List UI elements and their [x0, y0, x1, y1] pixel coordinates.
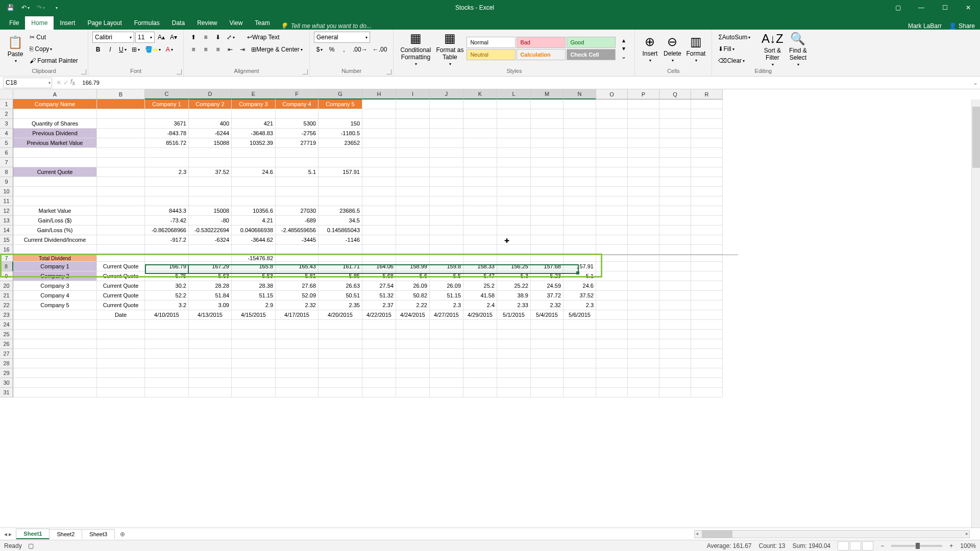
cell-O23[interactable] — [596, 310, 628, 320]
cell-B6[interactable] — [97, 148, 145, 158]
cell-L12[interactable] — [497, 206, 531, 216]
cell-G22[interactable]: 2.35 — [318, 300, 362, 310]
cell-R9[interactable] — [691, 177, 723, 187]
col-header-C[interactable]: C — [145, 89, 189, 99]
cell-Q13[interactable] — [659, 216, 691, 226]
cell-M24[interactable] — [531, 320, 564, 330]
cell-D26[interactable] — [189, 339, 232, 349]
cell-D25[interactable] — [189, 330, 232, 339]
cell-K31[interactable] — [463, 388, 497, 397]
cell-J7[interactable] — [430, 255, 463, 262]
cell-P22[interactable] — [628, 300, 659, 310]
cell-C7[interactable] — [145, 255, 189, 262]
cell-C21[interactable]: 52.2 — [145, 291, 189, 300]
cell-A21[interactable]: Company 4 — [13, 291, 97, 300]
cell-G9[interactable]: 5.85 — [318, 271, 362, 281]
cell-I20[interactable]: 26.09 — [396, 281, 430, 291]
cell-M22[interactable]: 2.32 — [531, 300, 564, 310]
cell-M7[interactable] — [531, 158, 564, 167]
cell-Q29[interactable] — [659, 368, 691, 378]
cell-E10[interactable] — [232, 187, 276, 196]
cell-A3[interactable]: Quantity of Shares — [13, 119, 97, 129]
cell-K8[interactable]: 158.33 — [463, 262, 497, 271]
tab-review[interactable]: Review — [191, 16, 223, 30]
styles-more-icon[interactable]: ⌄ — [618, 53, 629, 61]
cell-R29[interactable] — [691, 368, 723, 378]
cell-K27[interactable] — [463, 349, 497, 359]
row-header-9[interactable]: 9 — [0, 271, 13, 281]
cell-B12[interactable] — [97, 206, 145, 216]
cell-G3[interactable]: 150 — [318, 119, 362, 129]
cell-O27[interactable] — [596, 349, 628, 359]
cell-E31[interactable] — [232, 388, 276, 397]
cell-L29[interactable] — [497, 368, 531, 378]
cell-H5[interactable] — [362, 138, 396, 148]
cell-D16[interactable] — [189, 245, 232, 255]
cell-G23[interactable]: 4/20/2015 — [318, 310, 362, 320]
cell-C12[interactable]: 8443.3 — [145, 206, 189, 216]
cell-K25[interactable] — [463, 330, 497, 339]
cell-O22[interactable] — [596, 300, 628, 310]
row-header-3[interactable]: 3 — [0, 119, 13, 129]
cell-O6[interactable] — [596, 148, 628, 158]
cell-I31[interactable] — [396, 388, 430, 397]
cell-F21[interactable]: 52.09 — [276, 291, 318, 300]
cell-K9[interactable]: 5.47 — [463, 271, 497, 281]
cell-L15[interactable] — [497, 235, 531, 245]
copy-button[interactable]: ⎘ Copy▾ — [28, 43, 74, 55]
cell-R8[interactable] — [691, 262, 723, 271]
cell-C11[interactable] — [145, 196, 189, 206]
row-header-5[interactable]: 5 — [0, 138, 13, 148]
cell-F11[interactable] — [276, 196, 318, 206]
cell-N5[interactable] — [564, 138, 596, 148]
cell-I28[interactable] — [396, 359, 430, 368]
cell-C28[interactable] — [145, 359, 189, 368]
cell-M13[interactable] — [531, 216, 564, 226]
cell-A20[interactable]: Company 3 — [13, 281, 97, 291]
cell-O31[interactable] — [596, 388, 628, 397]
cell-F5[interactable]: 27719 — [276, 138, 318, 148]
formula-input[interactable]: 166.79 — [79, 80, 971, 86]
cell-R21[interactable] — [691, 291, 723, 300]
cell-M3[interactable] — [531, 119, 564, 129]
cell-H31[interactable] — [362, 388, 396, 397]
cell-A13[interactable]: Gain/Loss ($) — [13, 216, 97, 226]
cell-N2[interactable] — [564, 109, 596, 119]
cell-A11[interactable] — [13, 196, 97, 206]
cell-K26[interactable] — [463, 339, 497, 349]
cell-M2[interactable] — [531, 109, 564, 119]
qat-customize-icon[interactable]: ▾ — [49, 2, 63, 14]
cell-H8[interactable]: 164.06 — [362, 262, 396, 271]
cell-P6[interactable] — [628, 148, 659, 158]
row-header-29[interactable]: 29 — [0, 368, 13, 378]
hscroll-thumb[interactable] — [702, 531, 732, 538]
worksheet-grid[interactable]: ABCDEFGHIJKLMNOPQR 123456789101112131415… — [0, 89, 980, 528]
sheet-tab-1[interactable]: Sheet1 — [16, 529, 50, 539]
cell-A4[interactable]: Previous Dividend — [13, 129, 97, 138]
cell-Q16[interactable] — [659, 245, 691, 255]
cell-K23[interactable]: 4/29/2015 — [463, 310, 497, 320]
cell-R27[interactable] — [691, 349, 723, 359]
cell-A22[interactable]: Company 5 — [13, 300, 97, 310]
cell-E12[interactable]: 10356.6 — [232, 206, 276, 216]
cell-C24[interactable] — [145, 320, 189, 330]
cell-M15[interactable] — [531, 235, 564, 245]
cell-M20[interactable]: 24.59 — [531, 281, 564, 291]
cell-N16[interactable] — [564, 245, 596, 255]
cell-L22[interactable]: 2.33 — [497, 300, 531, 310]
cell-A14[interactable]: Gain/Loss (%) — [13, 226, 97, 235]
cell-C20[interactable]: 30.2 — [145, 281, 189, 291]
number-format-combo[interactable]: General▾ — [314, 32, 370, 43]
cell-K1[interactable] — [463, 99, 497, 109]
cell-Q25[interactable] — [659, 330, 691, 339]
sheet-tab-2[interactable]: Sheet2 — [49, 529, 82, 539]
cell-K7[interactable] — [463, 255, 497, 262]
decrease-indent-icon[interactable]: ⇤ — [225, 44, 236, 55]
styles-scroll-down-icon[interactable]: ▾ — [618, 44, 629, 53]
cell-J6[interactable] — [430, 148, 463, 158]
cell-E27[interactable] — [232, 349, 276, 359]
cell-O10[interactable] — [596, 187, 628, 196]
cell-H8[interactable] — [362, 167, 396, 177]
cell-E8[interactable]: 24.6 — [232, 167, 276, 177]
cell-O7[interactable] — [596, 158, 628, 167]
